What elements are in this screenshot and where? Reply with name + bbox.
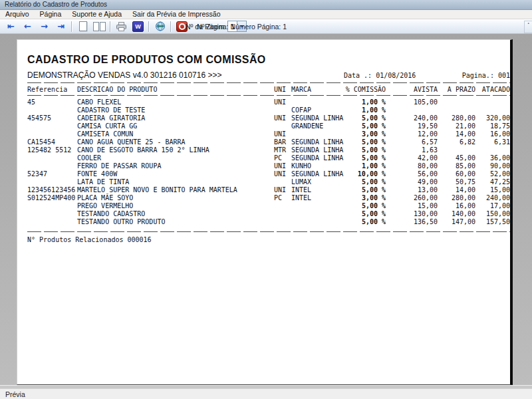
table-cell	[475, 106, 510, 114]
menu-item-sair-da-pr-via-de-impress-o[interactable]: Sair da Prévia de Impressão	[127, 10, 225, 19]
next-page-button[interactable]: →	[36, 20, 53, 33]
first-page-button[interactable]: ⇤	[3, 20, 19, 33]
word-icon: W	[132, 21, 144, 32]
table-cell: 60,00	[438, 170, 475, 178]
table-row: TESTANDO CADASTRO5,00 %130,00140,00150,0…	[27, 210, 510, 218]
horizontal-rule	[27, 82, 510, 83]
page-info-text: Nº da Página: Número Página: 1	[170, 23, 303, 31]
table-cell: UNI	[274, 186, 291, 194]
report-subtitle: DEMONSTRAÇÃO VENDAS v4.0 301216 010716 >…	[27, 70, 344, 80]
table-cell: UNI	[274, 98, 291, 106]
table-cell	[291, 210, 344, 218]
table-cell	[27, 130, 77, 138]
table-cell: 1,00 %	[344, 106, 386, 114]
menu-item-p-gina[interactable]: Página	[35, 10, 67, 19]
table-cell: 90,00	[475, 162, 510, 170]
table-cell: 42,00	[386, 154, 438, 162]
report-footer: N° Produtos Relacionados 000016	[27, 236, 152, 243]
table-cell: PC	[274, 194, 291, 202]
table-cell: COOLER	[77, 154, 274, 162]
table-cell: 147,00	[438, 218, 475, 226]
column-header-4: % COMISSÃO	[344, 86, 386, 94]
table-cell	[27, 178, 77, 186]
table-cell: UNI	[274, 162, 291, 170]
table-cell: CANO DE ESGOTO BARRA 150 2° LINHA	[77, 146, 274, 154]
table-cell: 85,00	[438, 162, 475, 170]
table-cell: BAR	[274, 138, 291, 146]
table-cell: MTR	[274, 146, 291, 154]
print-button[interactable]	[113, 20, 130, 33]
table-cell	[274, 202, 291, 210]
table-cell: 52347	[27, 170, 77, 178]
window-title: Relatório do Cadastro de Produtos	[5, 1, 107, 8]
table-cell: 5,00 %	[344, 138, 386, 146]
status-bar: Prévia	[0, 388, 532, 399]
table-cell: 6,82	[438, 138, 475, 146]
table-cell: UNI	[274, 170, 291, 178]
table-cell: FONTE 400W	[77, 170, 274, 178]
previous-page-button[interactable]: ←	[19, 20, 36, 33]
table-cell	[438, 146, 475, 154]
table-cell: PC	[274, 154, 291, 162]
table-row: CAMISA CURTA GGGRANDENE5,00 %19,5021,001…	[27, 122, 510, 130]
table-row: LATA DE TINTALUMAX5,00 %49,0050,7547,25	[27, 178, 510, 186]
table-cell	[27, 122, 77, 130]
table-cell: 454575	[27, 114, 77, 122]
export-web-button[interactable]	[152, 20, 168, 33]
table-cell: KUNHO	[291, 162, 344, 170]
toolbar-overflow-grip[interactable]: ▪	[524, 21, 532, 33]
table-cell	[291, 98, 344, 106]
table-cell: FERRO DE PASSAR ROUPA	[77, 162, 274, 170]
report-title: CADASTRO DE PRODUTOS COM COMISSÃO	[27, 54, 266, 66]
table-cell: 56,00	[386, 170, 438, 178]
column-header-2: UNI	[274, 86, 291, 94]
table-row: 52347FONTE 400WUNISEGUNDA LINHA10,00 %56…	[27, 170, 510, 178]
table-cell: 5,00 %	[344, 122, 386, 130]
two-page-view-button[interactable]	[91, 20, 108, 33]
toolbar: ⇤←→⇥ W	[0, 19, 532, 34]
single-page-view-button[interactable]	[74, 20, 91, 33]
table-cell	[291, 202, 344, 210]
table-row: 123456123456MARTELO SUPER NOVO E BONITO …	[27, 186, 510, 194]
column-header-5: AVISTA	[386, 86, 438, 94]
report-page-number: Pagina.: 001	[460, 72, 510, 79]
table-cell: 5,00 %	[344, 186, 386, 194]
window-titlebar: Relatório do Cadastro de Produtos	[0, 0, 532, 10]
table-cell: 240,00	[475, 194, 510, 202]
table-cell: 1,00 %	[344, 98, 386, 106]
table-cell: 280,00	[438, 114, 475, 122]
table-cell: LUMAX	[291, 178, 344, 186]
last-page-button[interactable]: ⇥	[53, 20, 69, 33]
table-cell: TESTANDO OUTRO PRODUTO	[77, 218, 274, 226]
table-row: CADASTRO DE TESTECOFAP1,00 %	[27, 106, 510, 114]
table-cell: CADASTRO DE TESTE	[77, 106, 274, 114]
table-cell	[475, 146, 510, 154]
export-word-button[interactable]: W	[130, 20, 146, 33]
table-cell	[274, 178, 291, 186]
table-cell: INTEL	[291, 194, 344, 202]
table-header-row: ReferenciaDESCRICAO DO PRODUTOUNIMARCA% …	[27, 86, 510, 94]
table-cell: 280,00	[438, 194, 475, 202]
table-row: FERRO DE PASSAR ROUPAUNIKUNHO1,00 %80,00…	[27, 162, 510, 170]
column-header-7: ATACADO	[475, 86, 510, 94]
table-cell: SEGUNDA LINHA	[291, 114, 344, 122]
table-cell	[291, 130, 344, 138]
table-cell: 45	[27, 98, 77, 106]
menu-item-arquivo[interactable]: Arquivo	[0, 10, 35, 19]
table-cell: CADEIRA GIRATORIA	[77, 114, 274, 122]
column-header-0: Referencia	[27, 86, 77, 94]
table-cell: CAMISETA COMUN	[77, 130, 274, 138]
table-cell: S012524MP400	[27, 194, 77, 202]
table-cell: 105,00	[386, 98, 438, 106]
printer-icon	[116, 22, 126, 31]
column-header-3: MARCA	[291, 86, 344, 94]
table-cell: 18,75	[475, 122, 510, 130]
table-cell: 36,00	[475, 154, 510, 162]
table-cell: 125482 5512	[27, 146, 77, 154]
table-cell	[27, 154, 77, 162]
menu-item-suporte-e-ajuda[interactable]: Suporte e Ajuda	[66, 10, 127, 19]
table-cell: 140,00	[438, 210, 475, 218]
table-cell: GRANDENE	[291, 122, 344, 130]
table-cell: 6,31	[475, 138, 510, 146]
table-cell	[438, 98, 475, 106]
